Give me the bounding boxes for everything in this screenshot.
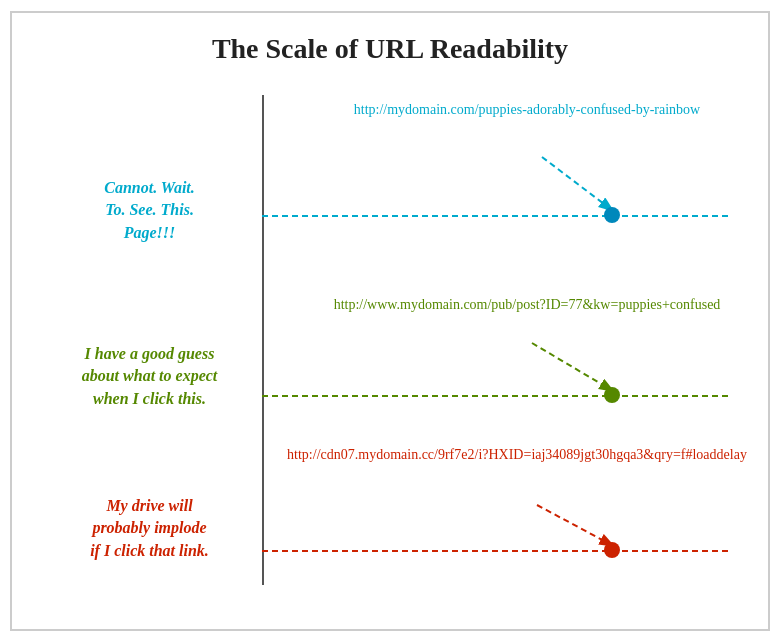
red-dashed-line	[262, 550, 728, 552]
page-title: The Scale of URL Readability	[42, 33, 738, 65]
green-label: I have a good guessabout what to expectw…	[42, 343, 257, 410]
blue-arrow-line	[542, 157, 608, 207]
green-url: http://www.mydomain.com/pub/post?ID=77&k…	[302, 295, 752, 315]
blue-label: Cannot. Wait.To. See. This.Page!!!	[42, 177, 257, 244]
axis-line	[262, 95, 264, 585]
red-dot	[604, 542, 620, 558]
chart-area: http://mydomain.com/puppies-adorably-con…	[42, 95, 738, 585]
red-arrow-line	[537, 505, 608, 543]
green-arrow-line	[532, 343, 608, 388]
green-dashed-line	[262, 395, 728, 397]
red-label: My drive willprobably implodeif I click …	[42, 495, 257, 562]
blue-url: http://mydomain.com/puppies-adorably-con…	[332, 100, 722, 120]
green-dot	[604, 387, 620, 403]
blue-dot	[604, 207, 620, 223]
main-container: The Scale of URL Readability	[10, 11, 770, 631]
red-url: http://cdn07.mydomain.cc/9rf7e2/i?HXID=i…	[277, 445, 757, 465]
blue-dashed-line	[262, 215, 728, 217]
